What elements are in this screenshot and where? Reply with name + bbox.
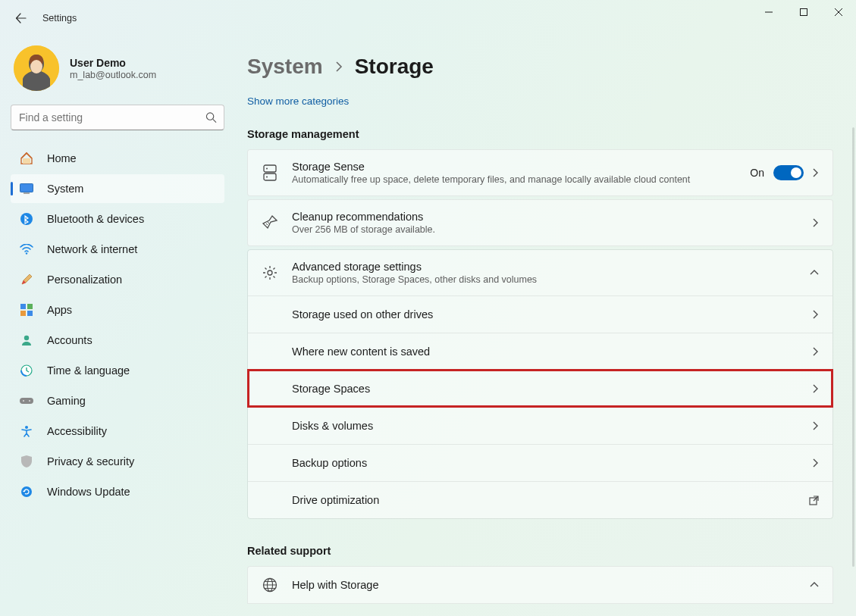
svg-point-17	[29, 400, 30, 402]
sub-item-label: Backup options	[292, 457, 799, 469]
svg-rect-6	[24, 193, 30, 194]
nav-label: Home	[47, 152, 77, 164]
chevron-right-icon	[813, 347, 819, 356]
nav-item-privacy[interactable]: Privacy & security	[11, 447, 224, 476]
chevron-right-icon	[813, 218, 819, 227]
search-container	[11, 105, 224, 130]
nav-item-time[interactable]: Time & language	[11, 356, 224, 385]
storage-sense-toggle[interactable]	[773, 165, 804, 180]
card-storage-sense[interactable]: Storage Sense Automatically free up spac…	[247, 149, 833, 196]
nav-item-bluetooth[interactable]: Bluetooth & devices	[11, 205, 224, 233]
chevron-up-icon	[810, 582, 819, 588]
svg-rect-11	[20, 311, 26, 316]
sub-item-where-saved[interactable]: Where new content is saved	[248, 333, 832, 370]
clock-icon	[20, 364, 33, 377]
nav-item-gaming[interactable]: Gaming	[11, 386, 224, 415]
svg-point-22	[266, 168, 268, 170]
chevron-up-icon	[810, 270, 819, 276]
breadcrumb-parent[interactable]: System	[247, 55, 323, 79]
sub-item-label: Storage Spaces	[292, 383, 799, 395]
nav-label: System	[47, 183, 83, 195]
avatar	[14, 45, 59, 91]
window-controls	[751, 0, 856, 24]
bluetooth-icon	[20, 213, 33, 225]
sub-item-label: Where new content is saved	[292, 346, 799, 358]
card-title: Advanced storage settings	[292, 261, 796, 273]
maximize-button[interactable]	[786, 0, 821, 24]
close-button[interactable]	[821, 0, 856, 24]
search-input[interactable]	[11, 105, 224, 130]
nav-item-personalization[interactable]: Personalization	[11, 265, 224, 294]
nav-item-home[interactable]: Home	[11, 144, 224, 173]
chevron-right-icon	[813, 421, 819, 430]
nav-label: Apps	[47, 304, 72, 316]
nav-item-accessibility[interactable]: Accessibility	[11, 417, 224, 446]
sub-item-backup[interactable]: Backup options	[248, 444, 832, 481]
chevron-right-icon	[813, 384, 819, 393]
nav-item-update[interactable]: Windows Update	[11, 477, 224, 506]
card-title: Cleanup recommendations	[292, 211, 799, 223]
scrollbar[interactable]	[852, 127, 854, 567]
svg-point-16	[23, 400, 24, 402]
nav-item-accounts[interactable]: Accounts	[11, 326, 224, 355]
svg-rect-9	[20, 304, 26, 309]
svg-rect-21	[264, 174, 276, 180]
card-title: Help with Storage	[292, 579, 796, 591]
nav-label: Accessibility	[47, 425, 107, 437]
svg-point-8	[26, 252, 27, 254]
sub-item-storage-spaces[interactable]: Storage Spaces	[248, 370, 832, 407]
nav-label: Personalization	[47, 274, 122, 286]
sub-item-label: Drive optimization	[292, 494, 795, 506]
svg-rect-12	[27, 311, 33, 316]
broom-icon	[262, 214, 278, 231]
search-icon	[205, 112, 217, 124]
sub-item-label: Disks & volumes	[292, 420, 799, 432]
shield-icon	[20, 455, 33, 467]
gamepad-icon	[20, 396, 33, 405]
sub-item-other-drives[interactable]: Storage used on other drives	[248, 295, 832, 333]
card-cleanup[interactable]: Cleanup recommendations Over 256 MB of s…	[247, 199, 833, 246]
nav-item-apps[interactable]: Apps	[11, 295, 224, 324]
person-icon	[20, 334, 33, 346]
nav-item-system[interactable]: System	[11, 174, 224, 203]
nav-item-network[interactable]: Network & internet	[11, 235, 224, 264]
apps-icon	[20, 304, 33, 316]
toggle-label: On	[750, 167, 764, 179]
show-more-link[interactable]: Show more categories	[247, 95, 349, 107]
sub-item-disks-volumes[interactable]: Disks & volumes	[248, 407, 832, 444]
svg-rect-15	[20, 398, 33, 404]
svg-point-18	[25, 426, 28, 429]
nav-label: Bluetooth & devices	[47, 213, 144, 225]
svg-rect-10	[27, 304, 33, 309]
chevron-right-icon	[813, 168, 819, 177]
nav-label: Gaming	[47, 395, 86, 407]
card-help[interactable]: Help with Storage	[247, 566, 833, 604]
card-subtitle: Automatically free up space, delete temp…	[292, 174, 736, 185]
nav-label: Privacy & security	[47, 455, 134, 467]
title-bar: Settings	[0, 0, 856, 36]
minimize-icon	[765, 8, 773, 16]
svg-point-13	[24, 336, 29, 340]
storage-icon	[262, 164, 278, 181]
svg-point-19	[21, 486, 32, 497]
svg-rect-4	[23, 158, 30, 164]
svg-point-3	[206, 113, 213, 120]
nav-label: Time & language	[47, 364, 130, 377]
minimize-button[interactable]	[751, 0, 786, 24]
sub-item-drive-optimization[interactable]: Drive optimization	[248, 481, 832, 518]
main-content: System Storage Show more categories Stor…	[235, 36, 856, 616]
chevron-right-icon	[813, 458, 819, 467]
svg-point-24	[268, 270, 272, 275]
wifi-icon	[20, 244, 33, 255]
section-storage-management: Storage management	[247, 128, 833, 140]
globe-icon	[262, 577, 278, 593]
system-icon	[20, 183, 33, 194]
card-subtitle: Over 256 MB of storage available.	[292, 224, 799, 235]
profile-name: User Demo	[70, 57, 156, 69]
breadcrumb-current: Storage	[355, 55, 434, 79]
back-button[interactable]	[14, 11, 29, 26]
external-link-icon	[809, 496, 819, 505]
card-title: Storage Sense	[292, 161, 736, 173]
card-advanced[interactable]: Advanced storage settings Backup options…	[248, 250, 832, 295]
profile-block[interactable]: User Demo m_lab@outlook.com	[11, 42, 224, 105]
